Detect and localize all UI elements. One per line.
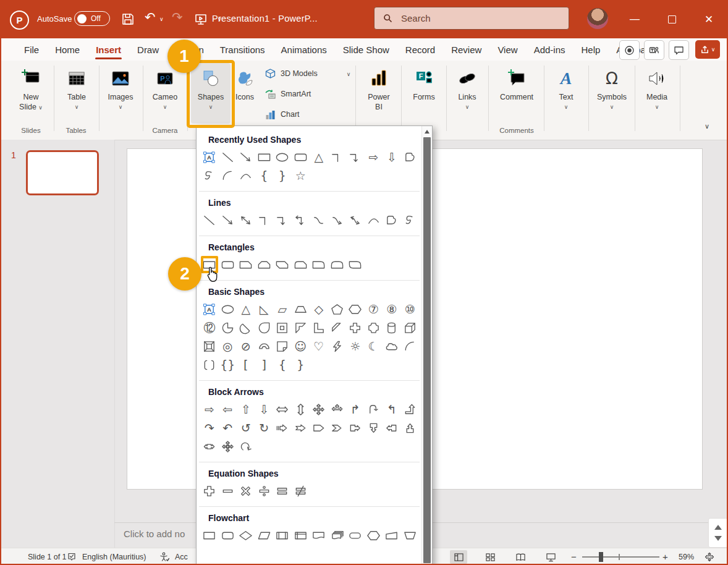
shape-line-arrow-double[interactable] xyxy=(237,211,255,229)
shape-cross[interactable] xyxy=(346,318,365,337)
shape-double-brace[interactable]: {} xyxy=(219,355,237,374)
collapse-ribbon-chevron-icon[interactable]: ∨ xyxy=(705,122,709,130)
shapes-menu-scrollbar[interactable] xyxy=(421,126,432,564)
shape-right-bracket[interactable]: ] xyxy=(255,355,274,374)
shape-sun[interactable]: ☼ xyxy=(346,337,365,355)
zoom-out-button[interactable]: − xyxy=(571,551,577,562)
shape-text-box[interactable]: A xyxy=(200,300,219,318)
shape-connector-elbow-double-arrow[interactable] xyxy=(292,211,310,229)
shape-arrow-pentagon[interactable] xyxy=(310,418,328,437)
shape-donut[interactable]: ◎ xyxy=(219,337,237,355)
shape-flowchart-process[interactable] xyxy=(200,526,219,545)
shape-callout-left-right-arrow[interactable] xyxy=(200,437,219,456)
shape-arrow-down[interactable]: ⇩ xyxy=(383,148,401,166)
share-button[interactable]: ∨ xyxy=(695,40,720,59)
save-button[interactable] xyxy=(121,12,135,26)
shape-curve[interactable] xyxy=(365,211,383,229)
shape-freeform-shape[interactable] xyxy=(383,211,401,229)
shape-arrow-u-turn[interactable] xyxy=(365,400,383,418)
shape-octagon[interactable]: ⑧ xyxy=(383,300,401,318)
shape-oval[interactable] xyxy=(219,300,237,318)
slide-sorter-view-button[interactable] xyxy=(481,550,499,564)
ribbon-button-comment[interactable]: Comment xyxy=(497,63,536,124)
slide-show-view-button[interactable] xyxy=(542,550,559,564)
shape-moon[interactable]: ☾ xyxy=(365,337,383,355)
shape-teardrop[interactable] xyxy=(255,318,274,337)
shape-pie[interactable] xyxy=(219,318,237,337)
scroll-up-arrow-icon[interactable] xyxy=(422,126,432,137)
shape-connector-elbow[interactable] xyxy=(328,148,347,166)
shape-connector-curved-arrow[interactable] xyxy=(328,211,347,229)
shape-round-diagonal-corner-rectangle[interactable] xyxy=(346,255,365,274)
spell-check-icon[interactable] xyxy=(67,552,77,564)
shape-smiley-face[interactable]: ☺ xyxy=(292,337,310,355)
shape-rounded-rectangle[interactable] xyxy=(292,148,310,166)
teams-meeting-button[interactable] xyxy=(644,40,664,60)
shape-arrow-left-up[interactable]: ↰ xyxy=(383,400,401,418)
shape-arrow-curved-right[interactable]: ↷ xyxy=(200,418,219,437)
ribbon-button-power-bi[interactable]: Power BI xyxy=(359,63,399,124)
shape-arrow-up[interactable]: ⇧ xyxy=(237,400,255,418)
tab-record[interactable]: Record xyxy=(397,38,443,61)
shape-plus-sign[interactable] xyxy=(200,482,219,500)
shape-double-bracket[interactable] xyxy=(200,355,219,374)
comments-pane-button[interactable] xyxy=(669,40,689,60)
tab-review[interactable]: Review xyxy=(443,38,489,61)
ribbon-button-images[interactable]: Images ∨ xyxy=(101,63,140,124)
scrollbar-thumb[interactable] xyxy=(423,137,431,563)
shape-curve[interactable] xyxy=(237,166,255,185)
search-box[interactable] xyxy=(374,7,569,30)
shape-round-single-corner-rectangle[interactable] xyxy=(310,255,328,274)
tab-add-ins[interactable]: Add-ins xyxy=(526,38,574,61)
shape-parallelogram[interactable]: ▱ xyxy=(273,300,292,318)
shape-freeform-shape[interactable] xyxy=(401,148,420,166)
tab-draw[interactable]: Draw xyxy=(129,38,167,61)
shape-diamond[interactable]: ◇ xyxy=(310,300,328,318)
tab-home[interactable]: Home xyxy=(47,38,88,61)
shape-freeform-scribble[interactable] xyxy=(401,211,420,229)
ribbon-button-chart[interactable]: Chart xyxy=(265,106,300,122)
maximize-button[interactable] xyxy=(664,11,680,27)
shape-flowchart-multidocument[interactable] xyxy=(328,526,347,545)
shape-text-box[interactable]: A xyxy=(200,148,219,166)
shape-rectangle[interactable] xyxy=(255,148,274,166)
reading-view-button[interactable] xyxy=(512,550,529,564)
shape-arrow-circular[interactable] xyxy=(237,437,255,456)
shape-heart[interactable]: ♡ xyxy=(310,337,328,355)
shape-right-brace[interactable]: } xyxy=(292,355,310,374)
tab-file[interactable]: File xyxy=(16,38,47,61)
shape-cube[interactable] xyxy=(401,318,420,337)
shape-heptagon[interactable]: ⑦ xyxy=(365,300,383,318)
shape-arrow-chevron[interactable] xyxy=(328,418,347,437)
shape-decagon[interactable]: ⑩ xyxy=(401,300,420,318)
shape-callout-down-arrow[interactable] xyxy=(365,418,383,437)
autosave-toggle[interactable]: Off xyxy=(74,11,110,26)
ribbon-button-smartart[interactable]: SmartArt xyxy=(265,86,311,102)
record-button[interactable] xyxy=(619,40,640,60)
shape-flowchart-alternate-process[interactable] xyxy=(219,526,237,545)
next-slide-arrow-icon[interactable] xyxy=(714,536,722,541)
undo-chevron-icon[interactable]: ∨ xyxy=(159,16,164,22)
shape-flowchart-document[interactable] xyxy=(310,526,328,545)
shape-bevel[interactable] xyxy=(200,337,219,355)
shape-rounded-rectangle[interactable] xyxy=(219,255,237,274)
accessibility-icon[interactable] xyxy=(159,552,169,564)
shape-arrow-notched-right[interactable] xyxy=(292,418,310,437)
ribbon-button-links[interactable]: Links ∨ xyxy=(447,63,487,124)
shape-no-symbol[interactable]: ⊘ xyxy=(237,337,255,355)
previous-slide-arrow-icon[interactable] xyxy=(714,525,722,530)
shape-connector-curved[interactable] xyxy=(310,211,328,229)
shape-line-arrow[interactable] xyxy=(237,148,255,166)
zoom-slider-thumb[interactable] xyxy=(599,552,603,562)
zoom-in-button[interactable]: + xyxy=(662,551,668,562)
shape-left-brace[interactable]: { xyxy=(255,166,274,185)
shape-flowchart-preparation[interactable] xyxy=(365,526,383,545)
fit-slide-to-window-icon[interactable] xyxy=(705,552,714,564)
search-input[interactable] xyxy=(400,12,538,24)
shape-flowchart-terminator[interactable] xyxy=(346,526,365,545)
shape-isosceles-triangle[interactable]: △ xyxy=(237,300,255,318)
shape-flowchart-decision[interactable] xyxy=(237,526,255,545)
shape-oval[interactable] xyxy=(273,148,292,166)
minimize-button[interactable]: — xyxy=(627,11,643,27)
close-button[interactable]: ✕ xyxy=(701,11,717,27)
